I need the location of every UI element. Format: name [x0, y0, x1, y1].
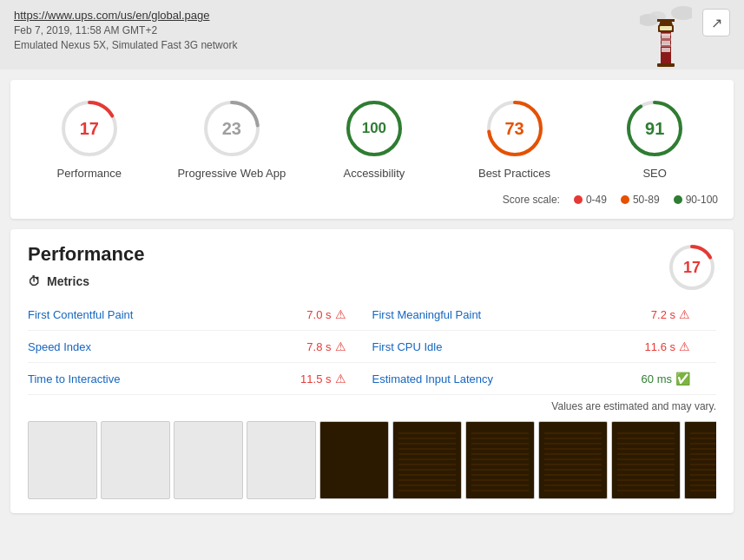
metric-name-fci[interactable]: First CPU Idle: [372, 340, 443, 353]
svg-rect-8: [661, 38, 671, 41]
filmstrip-frame-6: [392, 421, 462, 499]
lighthouse-icon: [640, 4, 692, 65]
metric-value-fci: 11.6 s ⚠: [645, 339, 690, 353]
si-value: 7.8 s: [306, 340, 331, 353]
score-circle-accessibility: 100: [343, 97, 405, 160]
metric-row-fci: First CPU Idle 11.6 s ⚠: [372, 331, 717, 363]
metric-row-tti: Time to Interactive 11.5 s ⚠: [28, 363, 372, 395]
fcp-value: 7.0 s: [306, 308, 331, 321]
metric-value-tti: 11.5 s ⚠: [300, 372, 346, 385]
metrics-grid: First Contentful Paint 7.0 s ⚠ First Mea…: [28, 299, 716, 395]
svg-rect-13: [657, 19, 675, 22]
performance-title: Performance: [28, 243, 716, 266]
score-item-seo[interactable]: 91 SEO: [602, 97, 707, 180]
filmstrip-frame-2: [101, 421, 170, 499]
metric-name-eil[interactable]: Estimated Input Latency: [372, 372, 493, 385]
score-value-seo: 91: [645, 119, 664, 139]
metric-row-si: Speed Index 7.8 s ⚠: [28, 331, 372, 363]
metric-row-fcp: First Contentful Paint 7.0 s ⚠: [28, 299, 372, 331]
estimated-note: Values are estimated and may vary.: [28, 400, 716, 412]
warn-icon-fmp: ⚠: [679, 307, 690, 321]
warn-icon-si: ⚠: [335, 339, 346, 353]
warn-icon-tti: ⚠: [335, 372, 346, 385]
score-label-pwa: Progressive Web App: [177, 167, 286, 180]
score-item-best-practices[interactable]: 73 Best Practices: [463, 97, 567, 180]
scores-card: 17 Performance 23 Progressive Web App: [10, 80, 734, 219]
scale-dot-red: [574, 195, 583, 204]
svg-rect-9: [661, 44, 671, 47]
metric-name-fmp[interactable]: First Meaningful Paint: [372, 308, 482, 321]
metric-value-fcp: 7.0 s ⚠: [306, 307, 346, 321]
header-device: Emulated Nexus 5X, Simulated Fast 3G net…: [14, 39, 730, 51]
score-value-pwa: 23: [222, 119, 241, 139]
svg-rect-11: [660, 26, 672, 30]
metric-value-fmp: 7.2 s ⚠: [651, 307, 690, 321]
metric-name-tti[interactable]: Time to Interactive: [28, 372, 120, 385]
fmp-value: 7.2 s: [651, 308, 675, 321]
filmstrip-frame-1: [28, 421, 97, 499]
filmstrip-frame-8: [538, 421, 608, 499]
score-circle-best-practices: 73: [484, 97, 546, 160]
metric-name-si[interactable]: Speed Index: [28, 340, 91, 353]
share-icon: ↗: [711, 15, 722, 31]
scale-range-1: 50-89: [633, 194, 660, 206]
score-item-performance[interactable]: 17 Performance: [37, 97, 142, 180]
warn-icon-fci: ⚠: [679, 339, 690, 353]
score-value-accessibility: 100: [362, 120, 386, 137]
perf-score-circle: 17: [668, 243, 716, 292]
filmstrip-frame-9: [611, 421, 681, 499]
perf-score-value: 17: [683, 259, 701, 277]
metric-name-fcp[interactable]: First Contentful Paint: [28, 308, 133, 321]
warn-icon-fcp: ⚠: [335, 307, 346, 321]
scores-row: 17 Performance 23 Progressive Web App: [19, 97, 725, 180]
score-item-pwa[interactable]: 23 Progressive Web App: [177, 97, 286, 180]
score-circle-seo: 91: [623, 97, 686, 160]
metric-value-si: 7.8 s ⚠: [306, 339, 346, 353]
svg-rect-6: [662, 48, 670, 52]
filmstrip-frame-4: [247, 421, 316, 499]
fci-value: 11.6 s: [645, 340, 675, 353]
stopwatch-icon: ⏱: [28, 274, 40, 288]
header-bar: https://www.ups.com/us/en/global.page Fe…: [0, 0, 744, 69]
score-label-seo: SEO: [642, 167, 666, 180]
header-date: Feb 7, 2019, 11:58 AM GMT+2: [14, 24, 730, 36]
eil-value: 60 ms: [642, 372, 672, 385]
score-circle-performance: 17: [58, 97, 121, 160]
scale-range-2: 90-100: [686, 194, 718, 206]
score-item-accessibility[interactable]: 100 Accessibility: [322, 97, 426, 180]
scale-item-0: 0-49: [574, 194, 607, 206]
score-label-performance: Performance: [57, 167, 122, 180]
svg-rect-14: [657, 63, 675, 67]
filmstrip-frame-5: [319, 421, 389, 499]
filmstrip-frame-7: [465, 421, 535, 499]
score-scale-bar: Score scale: 0-49 50-89 90-100: [19, 194, 725, 206]
tti-value: 11.5 s: [300, 372, 331, 385]
scale-item-1: 50-89: [621, 194, 660, 206]
score-label-accessibility: Accessibility: [343, 167, 405, 180]
metric-row-eil: Estimated Input Latency 60 ms ✅: [372, 363, 717, 395]
score-label-best-practices: Best Practices: [478, 167, 550, 180]
svg-rect-7: [661, 33, 671, 36]
scale-range-0: 0-49: [586, 194, 607, 206]
metric-row-fmp: First Meaningful Paint 7.2 s ⚠: [372, 299, 717, 331]
score-value-performance: 17: [80, 119, 99, 139]
scale-dot-green: [674, 195, 682, 204]
score-value-best-practices: 73: [504, 119, 523, 139]
scale-label: Score scale:: [503, 194, 560, 206]
scale-item-2: 90-100: [674, 194, 718, 206]
metric-value-eil: 60 ms ✅: [642, 372, 690, 385]
share-button[interactable]: ↗: [702, 9, 730, 36]
metrics-header: ⏱ Metrics: [28, 274, 716, 288]
performance-section: Performance 17 ⏱ Metrics First Contentfu…: [10, 229, 734, 513]
filmstrip-frame-3: [174, 421, 243, 499]
metrics-label: Metrics: [47, 274, 89, 288]
check-icon-eil: ✅: [675, 372, 690, 385]
score-circle-pwa: 23: [201, 97, 263, 160]
filmstrip-frame-10: [684, 421, 716, 499]
svg-point-2: [671, 6, 692, 20]
filmstrip: [28, 421, 716, 499]
page-url[interactable]: https://www.ups.com/us/en/global.page: [14, 9, 209, 22]
scale-dot-orange: [621, 195, 629, 204]
